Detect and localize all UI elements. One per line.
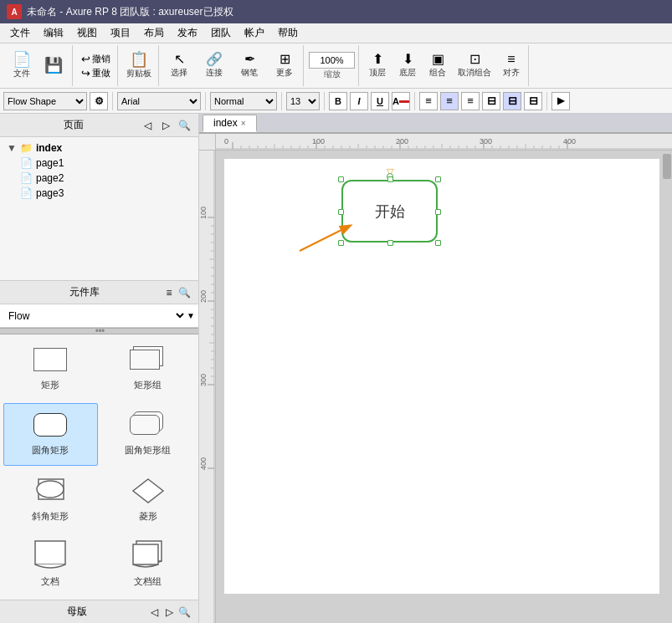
font-style-select[interactable]: Normal [210,92,277,110]
align-distribute-button[interactable]: ⊟ [503,92,521,110]
menu-item-account[interactable]: 帐户 [238,24,271,42]
ungroup-button[interactable]: ⊡ 取消组合 [454,48,495,84]
menu-item-project[interactable]: 项目 [104,24,137,42]
new-button[interactable]: 📄 文件 [7,48,37,84]
canvas-body: 100 200 300 400 [199,151,672,623]
redo-icon: ↪ [81,67,90,79]
top-layer-icon: ⬆ [372,53,383,66]
svg-text:200: 200 [396,137,408,146]
pen-button[interactable]: ✒ 钢笔 [234,48,264,84]
undo-label: 撤销 [92,53,110,65]
bold-button[interactable]: B [329,92,347,110]
arrange-group: ⬆ 顶层 ⬇ 底层 ▣ 组合 ⊡ 取消组合 ≡ 对齐 [361,45,529,86]
pages-back-button[interactable]: ◁ [140,118,155,133]
handle-middle-right[interactable] [435,209,441,215]
handle-top-center[interactable] [387,176,393,182]
select-button[interactable]: ↖ 选择 [164,48,194,84]
comp-rounded-group-label: 圆角矩形组 [125,444,171,457]
connect-button[interactable]: 🔗 连接 [199,48,229,84]
master-search-button[interactable]: 🔍 [177,605,192,620]
handle-top-left[interactable] [338,176,344,182]
comp-rect[interactable]: 矩形 [3,338,98,400]
more-label: 更多 [276,67,293,79]
page2-icon: 📄 [20,172,33,184]
tab-close-button[interactable]: × [241,119,246,128]
align-left-button[interactable]: ≡ [419,92,438,110]
comp-rect-group[interactable]: 矩形组 [101,338,196,400]
menu-item-file[interactable]: 文件 [3,24,37,42]
comp-rounded-rect[interactable]: 圆角矩形 [3,403,98,465]
align-justify-button[interactable]: ⊟ [482,92,500,110]
tree-root-item[interactable]: ▼ 📁 index [3,140,195,156]
comp-doc[interactable]: 文档 [3,534,98,596]
scroll-thumb-vertical[interactable] [663,154,671,179]
italic-button[interactable]: I [350,92,368,110]
shape-type-select[interactable]: Flow Shape [3,92,87,110]
font-color-button[interactable]: A [392,92,410,110]
handle-bottom-center[interactable] [387,240,393,246]
divider-6 [546,92,547,110]
comp-search-button[interactable]: 🔍 [177,285,192,300]
format-bar: Flow Shape ⚙ Arial Normal 13 B I U A ≡ ≡… [0,89,672,114]
align-more-button[interactable]: ⊟ [524,92,542,110]
shape-props-button[interactable]: ⚙ [90,92,108,110]
menu-item-layout[interactable]: 布局 [137,24,171,42]
bottom-layer-button[interactable]: ⬇ 底层 [394,48,421,84]
menu-item-publish[interactable]: 发布 [171,24,204,42]
menu-item-edit[interactable]: 编辑 [37,24,70,42]
page1-item[interactable]: 📄 page1 [3,156,195,171]
group-label: 组合 [429,67,446,79]
menu-item-team[interactable]: 团队 [204,24,238,42]
pages-search-button[interactable]: 🔍 [177,118,192,133]
handle-top-right[interactable] [435,176,441,182]
comp-category-select[interactable]: Flow [0,304,187,327]
underline-button[interactable]: U [371,92,389,110]
comp-rounded-group[interactable]: 圆角矩形组 [101,403,196,465]
group-button[interactable]: ▣ 组合 [424,48,451,84]
comp-dropdown-icon: ▼ [187,311,195,320]
page2-item[interactable]: 📄 page2 [3,171,195,186]
master-back-button[interactable]: ◁ [146,605,162,620]
comp-doc2[interactable]: 文档组 [101,534,196,596]
menu-item-help[interactable]: 帮助 [271,24,305,42]
comp-diamond[interactable]: 菱形 [101,469,196,531]
redo-button[interactable]: ↪ 重做 [78,66,114,80]
panel-resize-bar[interactable]: • • • [0,328,198,334]
canvas-shape-container[interactable]: ▽ 开始 [341,180,438,243]
comp-doc-shape [27,539,74,574]
page3-item[interactable]: 📄 page3 [3,186,195,201]
clipboard-icon: 📋 [130,52,148,67]
more-button[interactable]: ⊞ 更多 [269,48,300,84]
comp-menu-button[interactable]: ≡ [162,285,177,300]
handle-middle-left[interactable] [338,209,344,215]
comp-doc-label: 文档 [41,575,59,588]
ruler-corner [199,134,216,151]
save-button[interactable]: 💾 [38,48,69,84]
font-family-select[interactable]: Arial [117,92,201,110]
svg-rect-3 [133,544,158,564]
window-title: 未命名 - Axure RP 8 团队版 : axureuser已授权 [27,5,233,19]
handle-bottom-right[interactable] [435,240,441,246]
format-more-button[interactable]: ▶ [551,92,570,110]
master-panel-header: 母版 ◁ ▷ 🔍 [0,600,198,623]
top-layer-button[interactable]: ⬆ 顶层 [364,48,391,84]
vertical-scrollbar[interactable] [662,151,672,623]
menu-bar: 文件 编辑 视图 项目 布局 发布 团队 帐户 帮助 [0,23,672,43]
ruler-top: 0 100 200 300 400 [216,134,672,151]
align-button[interactable]: ≡ 对齐 [498,48,525,84]
menu-item-view[interactable]: 视图 [70,24,104,42]
undo-button[interactable]: ↩ 撤销 [78,52,114,66]
pages-forward-button[interactable]: ▷ [158,118,173,133]
zoom-input[interactable] [309,52,355,69]
font-size-select[interactable]: 13 [286,92,320,110]
comp-rect-group-label: 矩形组 [134,379,162,391]
align-right-button[interactable]: ≡ [461,92,480,110]
canvas-tab-index[interactable]: index × [203,115,257,132]
page2-label: page2 [36,172,64,184]
clipboard-icon-btn[interactable]: 📋 剪贴板 [123,48,155,84]
align-center-button[interactable]: ≡ [440,92,459,110]
comp-rounded-label: 圆角矩形 [32,444,69,457]
master-forward-button[interactable]: ▷ [162,605,177,620]
canvas-viewport[interactable]: ▽ 开始 [216,151,662,623]
comp-bevel-rect[interactable]: 斜角矩形 [3,469,98,531]
